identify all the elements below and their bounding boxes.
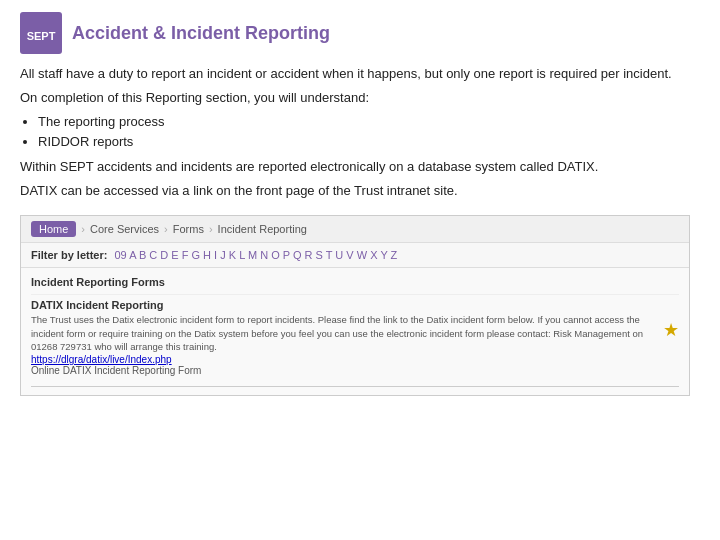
sept-logo: SEPT [20, 12, 62, 54]
para3: Within SEPT accidents and incidents are … [20, 157, 700, 177]
bullet-item-2: RIDDOR reports [38, 132, 700, 152]
intro-para1: All staff have a duty to report an incid… [20, 64, 700, 84]
filter-letters[interactable]: 09 A B C D E F G H I J K L M N O P Q R S… [114, 249, 397, 261]
datix-entry: DATIX Incident Reporting The Trust uses … [31, 294, 679, 380]
breadcrumb-sep-3: › [209, 223, 213, 235]
breadcrumb-core-services: Core Services [90, 223, 159, 235]
section-title: Incident Reporting Forms [31, 276, 679, 288]
bullet-item-1: The reporting process [38, 112, 700, 132]
page-title: Accident & Incident Reporting [72, 23, 330, 44]
form-section: Incident Reporting Forms DATIX Incident … [21, 268, 689, 395]
filter-bar: Filter by letter: 09 A B C D E F G H I J… [21, 243, 689, 268]
page: SEPT Accident & Incident Reporting All s… [0, 0, 720, 540]
filter-label: Filter by letter: [31, 249, 107, 261]
datix-screenshot: Home › Core Services › Forms › Incident … [20, 215, 690, 396]
star-icon[interactable]: ★ [663, 319, 679, 341]
svg-text:SEPT: SEPT [27, 30, 56, 42]
datix-description: The Trust uses the Datix electronic inci… [31, 313, 655, 354]
datix-link[interactable]: https://dlgra/datix/live/Index.php [31, 354, 655, 365]
breadcrumb-forms: Forms [173, 223, 204, 235]
intro-para2: On completion of this Reporting section,… [20, 88, 700, 108]
divider [31, 386, 679, 387]
datix-title: DATIX Incident Reporting [31, 299, 655, 311]
breadcrumb-home[interactable]: Home [31, 221, 76, 237]
header: SEPT Accident & Incident Reporting [20, 12, 700, 54]
breadcrumb-bar: Home › Core Services › Forms › Incident … [21, 216, 689, 243]
para4: DATIX can be accessed via a link on the … [20, 181, 700, 201]
datix-link-label: Online DATIX Incident Reporting Form [31, 365, 655, 376]
breadcrumb-sep-2: › [164, 223, 168, 235]
bullet-list: The reporting process RIDDOR reports [38, 112, 700, 152]
breadcrumb-incident-reporting: Incident Reporting [218, 223, 307, 235]
breadcrumb-sep-1: › [81, 223, 85, 235]
datix-content: DATIX Incident Reporting The Trust uses … [31, 299, 655, 376]
